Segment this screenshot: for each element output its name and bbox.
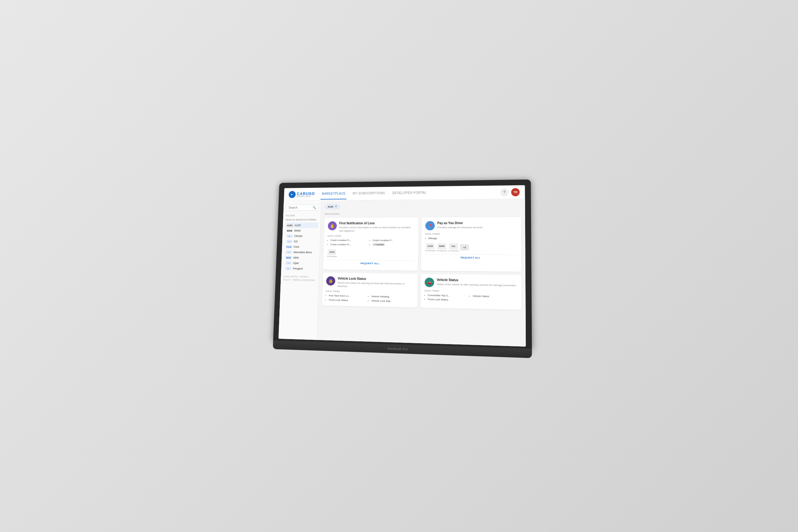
payd-header: 📍 Pay as You Drive Provides mileage for … xyxy=(425,221,517,230)
main-content: AUDI ✕ PACKAGES ✋ xyxy=(317,199,526,347)
manufacturer-mercedes[interactable]: ~ Mercedes-Benz xyxy=(284,249,317,255)
payd-data-label: DATA ITEMS xyxy=(425,233,517,235)
ds-logo: — xyxy=(286,240,292,243)
remove-filter-icon[interactable]: ✕ xyxy=(335,205,337,208)
manufacturer-audi[interactable]: AUDI AUDI xyxy=(285,223,318,228)
manufacturer-ford[interactable]: Ford Ford xyxy=(284,244,317,250)
app: CARUSO DATAPLACE MARKETPLACE MY SUBSCRIP… xyxy=(279,185,526,346)
list-item: Trunk Lock Status xyxy=(427,297,471,303)
vls-info: Vehicle Lock Status Shows lock status fo… xyxy=(337,276,414,289)
laptop: CARUSO DATAPLACE MARKETPLACE MY SUBSCRIP… xyxy=(272,179,532,358)
ford-logo: Ford xyxy=(286,245,292,248)
avatar[interactable]: TR xyxy=(511,188,519,196)
tab-marketplace[interactable]: MARKETPLACE xyxy=(320,188,347,200)
manufacturer-peugeot[interactable]: ~ Peugeot xyxy=(283,266,317,272)
vs-desc: Status of the vehicle to offer warning s… xyxy=(436,282,516,287)
vs-header: 🚗 Vehicle Status Status of the vehicle t… xyxy=(424,278,517,288)
audi-sublabel-payd: On-Demand xyxy=(425,249,435,251)
fnol-info: First Notification of Loss Provides vehi… xyxy=(339,221,415,232)
fnol-desc: Provides vehicle information in order to… xyxy=(339,226,415,232)
manufacturer-ds[interactable]: — DS xyxy=(284,239,318,244)
audi-logo: AUDI xyxy=(287,224,292,227)
vls-data-label: DATA ITEMS xyxy=(326,290,414,294)
tab-developer[interactable]: DEVELOPER PORTAL xyxy=(391,187,428,199)
ds-label: DS xyxy=(294,240,298,243)
peugeot-label: Peugeot xyxy=(292,267,303,270)
audi-logo-payd: AUDI xyxy=(426,243,435,249)
logo-text-block: CARUSO DATAPLACE xyxy=(297,191,315,197)
packages-label: PACKAGES xyxy=(324,212,521,215)
mini-logo: MINI xyxy=(285,256,291,259)
mercedes-label: Mercedes-Benz xyxy=(293,251,312,254)
package-card-vls[interactable]: 🔒 Vehicle Lock Status Shows lock status … xyxy=(322,272,418,308)
manufacturer-citroen[interactable]: — Citroën xyxy=(284,233,318,239)
bmw-logo: BMW xyxy=(287,229,292,232)
fnol-title: First Notification of Loss xyxy=(339,221,415,225)
package-card-vs[interactable]: 🚗 Vehicle Status Status of the vehicle t… xyxy=(420,273,521,310)
packages-grid: ✋ First Notification of Loss Provides ve… xyxy=(322,217,521,310)
terms-link[interactable]: TERMS & CONDITIONS xyxy=(292,279,315,281)
citroen-logo: — xyxy=(286,234,292,238)
more-manufacturers-badge: +8 xyxy=(460,244,469,250)
tab-subscriptions[interactable]: MY SUBSCRIPTIONS xyxy=(352,188,386,200)
bmw-logo-payd: BMW xyxy=(437,243,446,249)
payd-manufacturers: AUDI On-Demand BMW On-Demand xyxy=(425,243,517,252)
vls-desc: Shows lock status for warning services l… xyxy=(337,281,414,289)
scene: CARUSO DATAPLACE MARKETPLACE MY SUBSCRIP… xyxy=(0,0,798,532)
search-box[interactable]: 🔍 xyxy=(286,205,319,211)
nav-tabs: MARKETPLACE MY SUBSCRIPTIONS DEVELOPER P… xyxy=(320,187,494,200)
list-item: Crash Location Fr... xyxy=(330,239,371,243)
logo: CARUSO DATAPLACE xyxy=(288,191,315,198)
bmw-sublabel-payd: On-Demand xyxy=(436,250,446,252)
audi-filter-chip[interactable]: AUDI ✕ xyxy=(325,204,339,209)
fnol-data-label: DATA ITEMS xyxy=(327,235,414,237)
list-item: Crash Location P... xyxy=(372,239,414,243)
vls-icon: 🔒 xyxy=(326,276,336,285)
manufacturer-bmw[interactable]: BMW BMW xyxy=(285,228,318,233)
payd-info: Pay as You Drive Provides mileage for in… xyxy=(437,221,483,229)
vs-data-list: Convertible Top S... Trunk Lock Status V… xyxy=(424,293,517,304)
package-card-payd[interactable]: 📍 Pay as You Drive Provides mileage for … xyxy=(421,217,521,272)
payd-desc: Provides mileage for insurance services. xyxy=(437,226,483,229)
mercedes-logo: ~ xyxy=(286,251,292,254)
search-input[interactable] xyxy=(288,206,311,209)
ford-label: Ford xyxy=(293,245,299,248)
citroen-logo-payd: Citr. xyxy=(449,243,458,249)
peugeot-logo: ~ xyxy=(285,267,291,270)
fnol-data-list: Crash Location Fr... Crash Location Fr..… xyxy=(327,238,415,247)
list-item: Vehicle Status xyxy=(473,294,517,299)
laptop-wrapper: CARUSO DATAPLACE MARKETPLACE MY SUBSCRIP… xyxy=(271,180,527,352)
list-item: Vehicle Lock Stat... xyxy=(371,299,414,304)
opel-label: Opel xyxy=(293,262,299,265)
list-item: Mileage xyxy=(428,236,472,241)
vls-header: 🔒 Vehicle Lock Status Shows lock status … xyxy=(326,276,414,289)
vs-title: Vehicle Status xyxy=(437,278,516,283)
manufacturer-mini[interactable]: MINI MINI xyxy=(284,255,317,260)
payd-request-btn[interactable]: REQUEST ALL xyxy=(425,254,517,261)
list-item: + 5 MORE xyxy=(372,243,415,247)
vs-icon: 🚗 xyxy=(424,278,434,287)
legal-notice-link[interactable]: LEGAL NOTICE xyxy=(283,276,298,278)
vls-data-list: Fuel Tank Door Lo... Trunk Lock Status V… xyxy=(325,293,414,304)
screen-bezel: CARUSO DATAPLACE MARKETPLACE MY SUBSCRIP… xyxy=(273,179,532,349)
filter-label: Filter xyxy=(285,214,319,217)
citroen-label: Citroën xyxy=(294,234,302,238)
help-button[interactable]: ? xyxy=(500,188,508,196)
audi-badge-sublabel: On-Demand xyxy=(327,255,336,257)
audi-badge-payd: AUDI On-Demand xyxy=(425,243,435,251)
audi-badge: AUDI On-Demand xyxy=(327,249,337,258)
header-actions: ? TR xyxy=(500,188,519,196)
vs-info: Vehicle Status Status of the vehicle to … xyxy=(436,278,516,287)
manufacturer-opel[interactable]: ~ Opel xyxy=(284,260,317,266)
audi-chip-logo: AUDI xyxy=(327,205,333,208)
payd-icon: 📍 xyxy=(425,221,435,230)
fnol-request-btn[interactable]: REQUEST ALL xyxy=(327,260,414,267)
package-card-fnol[interactable]: ✋ First Notification of Loss Provides ve… xyxy=(323,217,419,271)
fnol-header: ✋ First Notification of Loss Provides ve… xyxy=(327,221,415,232)
sidebar: 🔍 Filter VEHICLE MANUFACTURERS AUDI AUDI xyxy=(279,201,322,340)
logo-icon xyxy=(288,191,296,198)
fnol-manufacturers: AUDI On-Demand xyxy=(327,249,414,258)
help-icon: ? xyxy=(503,190,505,194)
list-item: Trunk Lock Status xyxy=(328,298,370,303)
manufacturer-list: AUDI AUDI BMW BMW — Citr xyxy=(283,223,318,272)
